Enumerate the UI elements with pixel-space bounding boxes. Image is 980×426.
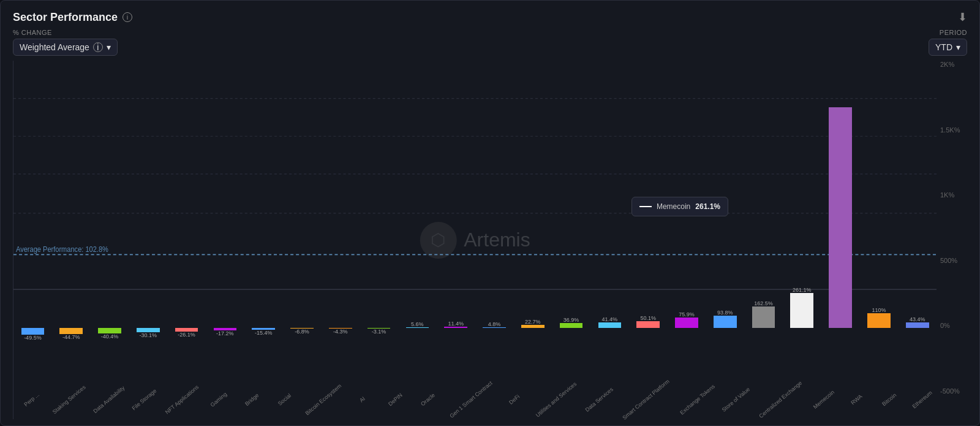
bar-value-13: 22.7% [525,319,541,325]
y-label-0: 0% [940,322,967,329]
bar-value-18: 93.8% [717,310,733,316]
x-label-10: DePIN [377,395,410,419]
y-label-1k: 1K% [940,191,967,199]
x-label-2: Data Availability [88,395,126,419]
x-label-4: NFT Applications [159,395,201,419]
header: Sector Performance i ⬇ [13,10,967,24]
bar-group-23: 43.4% [898,61,937,395]
change-label: % CHANGE [13,29,118,36]
bar-group-3: -30.1% [129,61,167,395]
bar-value-16: 50.1% [640,315,656,321]
bar-18 [714,316,737,328]
x-label-8: Bitcoin Ecosystem [299,395,344,419]
x-label-13: DeFi [496,395,529,419]
bar-12 [483,327,506,328]
bar-19 [752,306,775,328]
tooltip-line-icon [639,206,652,207]
page-title: Sector Performance [13,11,118,24]
bar-23 [906,322,929,328]
bar-neg-value-4: -26.1% [178,332,195,338]
bar-4 [175,328,198,332]
weighted-avg-label: Weighted Average [20,42,89,52]
bar-9 [368,328,391,329]
bar-value-10: 5.6% [411,321,424,327]
bar-group-0: -49.5% [13,61,52,395]
bar-7 [290,328,314,329]
weighted-avg-selector[interactable]: Weighted Average i ▾ [13,39,118,56]
bar-10 [406,327,429,328]
bar-20 [790,293,813,328]
bar-value-20: 261.1% [793,287,812,293]
bar-group-9: -3.1% [360,61,398,395]
y-axis-right: 2K% 1.5K% 1K% 500% 0% -500% [937,61,967,419]
bar-group-2: -40.4% [91,61,129,395]
bar-22 [867,313,891,328]
x-label-7: Social [266,395,300,419]
bar-group-21 [821,61,860,395]
x-labels: Perp ...Staking ServicesData Availabilit… [13,395,937,419]
bar-2 [98,328,121,333]
download-button[interactable]: ⬇ [958,10,967,24]
bar-value-15: 41.4% [602,316,618,322]
bar-group-5: -17.2% [206,61,244,395]
x-label-12: Gen 1 Smart Contract [442,395,496,419]
bar-17 [675,318,698,328]
bar-value-17: 75.9% [679,311,695,318]
title-info-icon[interactable]: i [123,12,132,22]
x-label-6: Bridge [233,395,266,419]
weighted-avg-info-icon[interactable]: i [93,42,103,52]
bar-group-20: 261.1% [783,61,821,395]
y-label-2k: 2K% [940,61,967,68]
controls-row: % CHANGE Weighted Average i ▾ PERIOD YTD… [13,29,967,56]
bar-6 [252,328,275,330]
bar-group-18: 93.8% [706,61,744,395]
main-container: Sector Performance i ⬇ % CHANGE Weighted… [0,0,980,426]
bar-group-15: 41.4% [590,61,629,395]
x-label-16: Smart Contract Platform [614,395,674,419]
memecoin-tooltip: Memecoin 261.1% [631,197,728,216]
bars-container: -49.5%-44.7%-40.4%-30.1%-26.1%-17.2%-15.… [13,61,937,395]
x-label-3: File Storage [126,395,159,419]
bar-group-6: -15.4% [244,61,283,395]
y-label-1-5k: 1.5K% [940,126,967,134]
bar-group-1: -44.7% [52,61,91,395]
y-label-500: 500% [940,257,967,264]
bar-value-23: 43.4% [910,316,925,322]
bar-value-22: 110% [872,307,886,313]
bar-neg-value-8: -4.3% [333,329,348,335]
bar-group-12: 4.8% [475,61,514,395]
bar-group-13: 22.7% [513,61,552,395]
title-row: Sector Performance i [13,11,132,24]
weighted-avg-chevron-icon: ▾ [107,42,111,52]
left-controls: % CHANGE Weighted Average i ▾ [13,29,118,56]
x-label-20: Memecoin [805,395,839,419]
bar-15 [598,322,622,328]
bar-group-4: -26.1% [167,61,206,395]
bar-group-11: 11.4% [437,61,475,395]
tooltip-value: 261.1% [695,202,720,211]
x-label-text-11: Oracle [420,392,436,407]
period-selector[interactable]: YTD ▾ [929,39,967,56]
x-label-text-22: Bitcoin [881,392,897,407]
bar-13 [521,325,545,328]
bar-5 [214,328,237,330]
bar-value-19: 162.5% [754,300,773,306]
x-label-text-10: DePIN [387,392,404,407]
bar-14 [560,323,583,328]
x-label-11: Oracle [410,395,443,419]
x-label-15: Data Services [580,395,614,419]
x-label-9: AI [344,395,377,419]
bar-group-10: 5.6% [398,61,437,395]
x-label-text-21: RWA [850,393,863,406]
period-control: PERIOD YTD ▾ [929,29,967,56]
x-label-0: Perp ... [13,395,47,419]
bar-value-12: 4.8% [488,321,501,327]
x-label-14: Utilities and Services [529,395,580,419]
bar-value-14: 36.9% [564,317,579,323]
bar-group-19: 162.5% [744,61,783,395]
x-label-1: Staking Services [47,395,88,419]
y-label-neg500: -500% [940,387,967,395]
bar-group-7: -6.8% [283,61,322,395]
x-label-text-7: Social [277,392,292,406]
bar-11 [444,327,467,328]
